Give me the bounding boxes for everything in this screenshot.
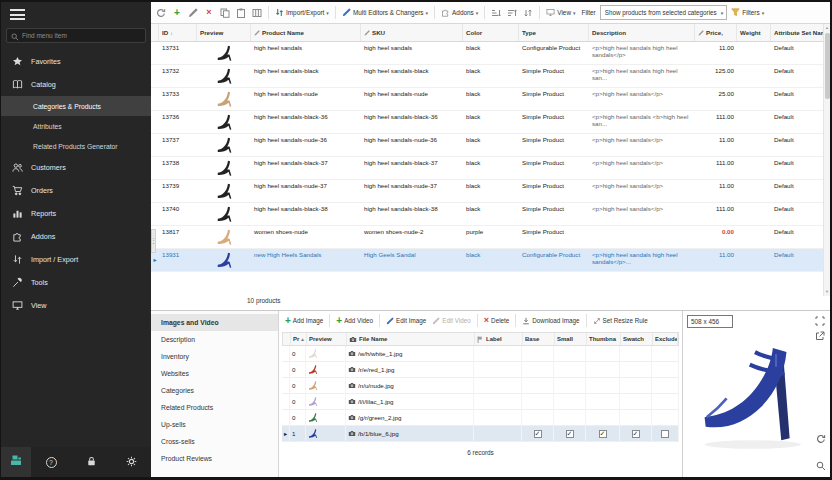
sidebar-item-customers[interactable]: Customers <box>1 156 151 179</box>
header-attribute-set[interactable]: Attribute Set Name <box>771 24 830 41</box>
image-row[interactable]: 0/n/u/nude.jpg <box>282 378 679 394</box>
product-row[interactable]: 13737high heel sandals-nude-36high heel … <box>151 134 830 157</box>
delete-image-button[interactable]: ×Delete <box>482 315 511 326</box>
view-menu[interactable]: View▾ <box>544 7 577 19</box>
scrollbar-thumb[interactable] <box>825 33 830 99</box>
import-export-menu[interactable]: Import/Export▾ <box>273 7 331 19</box>
grid-splitter-handle[interactable]: ⋮ <box>151 229 156 253</box>
sidebar-item-orders[interactable]: Orders <box>1 179 151 202</box>
header-weight[interactable]: Weight <box>737 24 771 41</box>
header-small[interactable]: Small <box>555 333 587 345</box>
header-thumbnail[interactable]: Thumbna <box>587 333 621 345</box>
delete-button[interactable]: × <box>202 5 216 20</box>
edit-image-button[interactable]: Edit Image <box>384 316 428 326</box>
product-row[interactable]: 13738high heel sandals-black-37high heel… <box>151 157 830 180</box>
clear-sort-button[interactable] <box>521 5 535 20</box>
sort-asc-button[interactable] <box>489 5 503 20</box>
header-preview[interactable]: Preview <box>197 24 251 41</box>
header-price[interactable]: Price, <box>695 24 737 41</box>
zoom-icon[interactable] <box>815 460 827 472</box>
filters-menu[interactable]: Filters▾ <box>729 7 766 19</box>
add-video-button[interactable]: +Add Video <box>334 315 375 327</box>
product-row[interactable]: 13739high heel sandals-nude-37high heel … <box>151 180 830 203</box>
header-swatch[interactable]: Swatch <box>621 333 653 345</box>
add-image-button[interactable]: +Add Image <box>283 315 325 327</box>
columns-button[interactable] <box>250 5 264 20</box>
addons-menu[interactable]: Addons▾ <box>439 7 480 19</box>
sidebar-item-tools[interactable]: Tools <box>1 271 151 294</box>
base-checkbox[interactable]: ✓ <box>534 430 542 438</box>
exclude-checkbox[interactable] <box>661 430 669 438</box>
image-row[interactable]: 0/r/e/red_1.jpg <box>282 362 679 378</box>
sidebar-item-import-export[interactable]: Import / Export <box>1 248 151 271</box>
image-size-field[interactable]: 508 x 456 <box>687 315 733 328</box>
download-image-button[interactable]: Download Image <box>520 316 581 326</box>
menu-search[interactable] <box>6 28 146 43</box>
header-sku[interactable]: SKU <box>361 24 463 41</box>
header-description[interactable]: Description <box>589 24 695 41</box>
scroll-down-icon[interactable]: ▼ <box>824 288 830 296</box>
menu-icon[interactable] <box>10 9 25 23</box>
small-checkbox[interactable]: ✓ <box>566 430 574 438</box>
image-row[interactable]: 0/g/r/green_2.jpg <box>282 410 679 426</box>
edit-button[interactable] <box>186 5 200 20</box>
pos-button[interactable] <box>1 447 31 477</box>
category-filter-select[interactable]: Show products from selected categories ▾ <box>600 5 728 20</box>
tab-inventory[interactable]: Inventory <box>151 348 278 365</box>
sidebar-item-related-products-generator[interactable]: Related Products Generator <box>1 136 151 156</box>
settings-button[interactable] <box>111 453 151 471</box>
thumbnail-checkbox[interactable]: ✓ <box>599 430 607 438</box>
swatch-checkbox[interactable]: ✓ <box>632 430 640 438</box>
product-row[interactable]: 13740high heel sandals-black-38high heel… <box>151 203 830 226</box>
refresh-button[interactable] <box>154 5 168 20</box>
header-color[interactable]: Color <box>463 24 519 41</box>
vertical-scrollbar[interactable]: ▲ ▼ <box>823 24 830 296</box>
sidebar-item-favorites[interactable]: Favorites <box>1 50 151 73</box>
header-product-name[interactable]: Product Name <box>251 24 361 41</box>
header-label[interactable]: Label <box>475 333 523 345</box>
sidebar-item-view[interactable]: View <box>1 294 151 317</box>
refresh-preview-icon[interactable] <box>815 433 827 445</box>
set-resize-rule-button[interactable]: Set Resize Rule <box>591 316 650 326</box>
product-row[interactable]: ▸13931new High Heels SandalsHigh Geels S… <box>151 249 830 272</box>
sidebar-item-catalog[interactable]: Catalog <box>1 73 151 96</box>
copy-button[interactable] <box>218 5 232 20</box>
header-exclude[interactable]: Exclude <box>653 333 678 345</box>
tab-related-products[interactable]: Related Products <box>151 399 278 416</box>
header-type[interactable]: Type <box>519 24 589 41</box>
sidebar-item-addons[interactable]: Addons <box>1 225 151 248</box>
tab-images-and-video[interactable]: Images and Video <box>151 314 278 331</box>
add-button[interactable]: + <box>170 5 184 20</box>
tab-websites[interactable]: Websites <box>151 365 278 382</box>
product-row[interactable]: 13817women shoes-nudewomen shoes-nude-2p… <box>151 226 830 249</box>
sidebar-item-reports[interactable]: Reports <box>1 202 151 225</box>
sort-desc-button[interactable] <box>505 5 519 20</box>
lock-button[interactable] <box>71 453 111 471</box>
help-button[interactable]: ? <box>31 457 71 468</box>
scroll-up-icon[interactable]: ▲ <box>824 24 830 32</box>
product-row[interactable]: 13733high heel sandals-nudehigh heel san… <box>151 88 830 111</box>
header-base[interactable]: Base <box>523 333 555 345</box>
header-id[interactable]: ID↓ <box>159 24 197 41</box>
paste-button[interactable] <box>234 5 248 20</box>
product-row[interactable]: 13736high heel sandals-black-36high heel… <box>151 111 830 134</box>
tab-up-sells[interactable]: Up-sells <box>151 416 278 433</box>
image-row[interactable]: 0/l/i/lilac_1.jpg <box>282 394 679 410</box>
header-image-preview[interactable]: Preview <box>307 333 347 345</box>
fullscreen-icon[interactable] <box>814 315 826 327</box>
tab-description[interactable]: Description <box>151 331 278 348</box>
menu-search-input[interactable] <box>22 32 141 39</box>
edit-video-button[interactable]: Edit Video <box>430 316 473 326</box>
tab-cross-sells[interactable]: Cross-sells <box>151 433 278 450</box>
product-row[interactable]: 13731high heel sandalshigh heel sandalsb… <box>151 42 830 65</box>
sidebar-item-categories-products[interactable]: Categories & Products <box>1 96 151 116</box>
product-row[interactable]: 13732high heel sandals-blackhigh heel sa… <box>151 65 830 88</box>
tab-categories[interactable]: Categories <box>151 382 278 399</box>
header-file-name[interactable]: File Name <box>347 333 475 345</box>
sidebar-item-attributes[interactable]: Attributes <box>1 116 151 136</box>
tab-product-reviews[interactable]: Product Reviews <box>151 450 278 467</box>
image-row[interactable]: ▸1/b/1/blue_6.jpg✓✓✓✓ <box>282 426 679 442</box>
image-row[interactable]: 0/w/h/white_1.jpg <box>282 346 679 362</box>
header-position[interactable]: Pr▴ <box>291 333 307 345</box>
multi-editors-menu[interactable]: Multi Editors & Changers▾ <box>340 7 430 19</box>
